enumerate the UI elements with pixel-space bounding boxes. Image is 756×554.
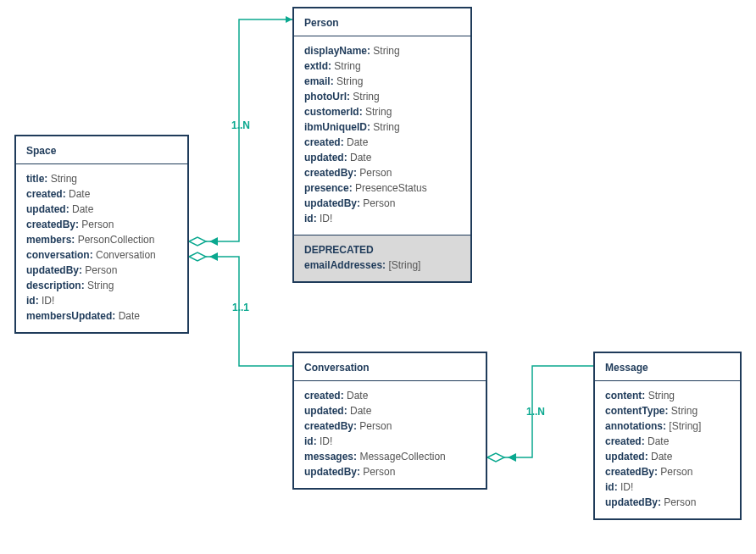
entity-conversation-title: Conversation	[294, 353, 486, 381]
attr-row: customerId: String	[304, 104, 460, 119]
svg-marker-2	[209, 237, 218, 246]
attr-row: displayName: String	[304, 43, 460, 58]
attr-row: created: Date	[304, 135, 460, 150]
attr-row: emailAddresses: [String]	[304, 258, 460, 273]
svg-marker-4	[209, 252, 218, 261]
attr-row: ibmUniqueID: String	[304, 119, 460, 135]
attr-row: updatedBy: Person	[304, 196, 460, 211]
cardinality-space-conversation: 1..1	[232, 302, 249, 313]
attr-row: updated: Date	[26, 202, 177, 217]
svg-marker-3	[189, 252, 206, 261]
deprecated-label: DEPRECATED	[304, 242, 460, 258]
entity-message: Message content: String contentType: Str…	[593, 352, 742, 520]
entity-person-deprecated: DEPRECATED emailAddresses: [String]	[294, 235, 470, 281]
attr-row: updatedBy: Person	[605, 495, 730, 510]
attr-row: id: ID!	[304, 211, 460, 226]
attr-row: updated: Date	[304, 403, 475, 418]
entity-person-title: Person	[294, 8, 470, 36]
attr-row: description: String	[26, 278, 177, 293]
attr-row: id: ID!	[304, 434, 475, 449]
attr-row: membersUpdated: Date	[26, 308, 177, 324]
attr-row: content: String	[605, 388, 730, 403]
entity-conversation-body: created: Date updated: Date createdBy: P…	[294, 381, 486, 488]
entity-space-title: Space	[16, 136, 187, 164]
attr-row: updatedBy: Person	[26, 263, 177, 278]
attr-row: annotations: [String]	[605, 418, 730, 434]
svg-marker-0	[189, 237, 206, 246]
attr-row: updated: Date	[304, 150, 460, 165]
entity-space: Space title: String created: Date update…	[14, 135, 189, 334]
attr-row: updated: Date	[605, 449, 730, 464]
attr-row: title: String	[26, 171, 177, 186]
attr-row: conversation: Conversation	[26, 247, 177, 263]
svg-marker-5	[487, 453, 504, 462]
attr-row: created: Date	[26, 186, 177, 202]
entity-message-title: Message	[595, 353, 740, 381]
attr-row: messages: MessageCollection	[304, 449, 475, 464]
attr-row: extId: String	[304, 58, 460, 74]
attr-row: updatedBy: Person	[304, 464, 475, 479]
entity-person: Person displayName: String extId: String…	[292, 7, 472, 283]
cardinality-conversation-message: 1..N	[526, 406, 545, 418]
attr-row: created: Date	[304, 388, 475, 403]
attr-row: members: PersonCollection	[26, 232, 177, 247]
svg-marker-6	[508, 453, 516, 462]
attr-row: id: ID!	[26, 293, 177, 308]
attr-row: contentType: String	[605, 403, 730, 418]
attr-row: createdBy: Person	[304, 418, 475, 434]
attr-row: createdBy: Person	[26, 217, 177, 232]
attr-row: created: Date	[605, 434, 730, 449]
attr-row: createdBy: Person	[304, 165, 460, 180]
entity-message-body: content: String contentType: String anno…	[595, 381, 740, 518]
attr-row: id: ID!	[605, 479, 730, 495]
cardinality-space-person: 1..N	[231, 119, 250, 131]
svg-marker-1	[286, 16, 292, 23]
attr-row: photoUrl: String	[304, 89, 460, 104]
entity-person-body: displayName: String extId: String email:…	[294, 36, 470, 235]
attr-row: email: String	[304, 74, 460, 89]
attr-row: presence: PresenceStatus	[304, 180, 460, 196]
entity-conversation: Conversation created: Date updated: Date…	[292, 352, 487, 490]
attr-row: createdBy: Person	[605, 464, 730, 479]
entity-space-body: title: String created: Date updated: Dat…	[16, 164, 187, 332]
